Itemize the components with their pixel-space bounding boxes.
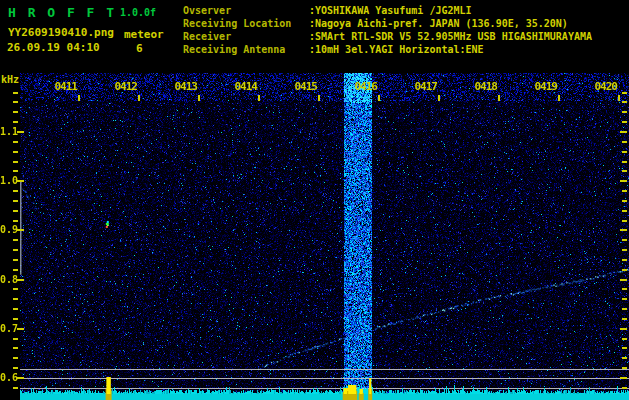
mode-label: meteor: [124, 28, 164, 41]
freq-minor-tick: [622, 121, 627, 123]
time-label: 0416: [351, 80, 377, 93]
freq-minor-tick: [13, 92, 18, 94]
time-label: 0417: [411, 80, 437, 93]
freq-label: 0.7: [0, 323, 17, 334]
freq-minor-tick: [622, 141, 627, 143]
freq-major-tick: [620, 279, 627, 281]
freq-minor-tick: [622, 239, 627, 241]
freq-minor-tick: [622, 367, 627, 369]
freq-minor-tick: [13, 210, 18, 212]
freq-major-tick: [17, 328, 24, 330]
freq-minor-tick: [622, 259, 627, 261]
freq-minor-tick: [13, 101, 18, 103]
freq-axis-unit: kHz: [1, 74, 19, 85]
freq-minor-tick: [622, 210, 627, 212]
time-label: 0415: [291, 80, 317, 93]
freq-minor-tick: [622, 338, 627, 340]
freq-minor-tick: [13, 121, 18, 123]
info-row-location: Receiving Location :Nagoya Aichi-pref. J…: [183, 18, 592, 31]
freq-minor-tick: [13, 318, 18, 320]
time-tick: [198, 95, 200, 101]
station-info: Ovserver :YOSHIKAWA Yasufumi /JG2MLI Rec…: [183, 5, 592, 57]
time-tick: [318, 95, 320, 101]
freq-minor-tick: [13, 259, 18, 261]
freq-major-tick: [17, 377, 24, 379]
info-label: Receiver: [183, 31, 309, 44]
info-row-antenna: Receiving Antenna :10mH 3el.YAGI Horizon…: [183, 44, 592, 57]
freq-minor-tick: [13, 308, 18, 310]
time-tick: [558, 95, 560, 101]
info-label: Receiving Antenna: [183, 44, 309, 57]
freq-minor-tick: [13, 141, 18, 143]
time-tick: [618, 95, 620, 101]
freq-minor-tick: [13, 338, 18, 340]
time-tick: [438, 95, 440, 101]
time-tick: [138, 95, 140, 101]
output-filename: YY2609190410.png: [8, 26, 114, 39]
info-value: :Nagoya Aichi-pref. JAPAN (136.90E, 35.2…: [309, 18, 568, 31]
freq-major-tick: [17, 180, 24, 182]
time-tick: [78, 95, 80, 101]
meteor-count: 6: [136, 42, 143, 55]
freq-minor-tick: [13, 288, 18, 290]
freq-minor-tick: [622, 151, 627, 153]
time-label: 0420: [591, 80, 617, 93]
freq-minor-tick: [622, 200, 627, 202]
freq-major-tick: [620, 131, 627, 133]
freq-minor-tick: [13, 239, 18, 241]
freq-major-tick: [620, 180, 627, 182]
info-value: :10mH 3el.YAGI Horizontal:ENE: [309, 44, 484, 57]
freq-minor-tick: [13, 387, 18, 389]
time-tick: [498, 95, 500, 101]
freq-minor-tick: [13, 190, 18, 192]
freq-minor-tick: [13, 111, 18, 113]
info-label: Ovserver: [183, 5, 309, 18]
freq-minor-tick: [13, 357, 18, 359]
time-tick: [378, 95, 380, 101]
freq-minor-tick: [622, 357, 627, 359]
freq-minor-tick: [622, 190, 627, 192]
time-label: 0418: [471, 80, 497, 93]
freq-label: 1.0: [0, 175, 17, 186]
freq-label: 0.8: [0, 274, 17, 285]
freq-label: 0.9: [0, 224, 17, 235]
freq-minor-tick: [622, 387, 627, 389]
freq-minor-tick: [13, 298, 18, 300]
freq-minor-tick: [622, 111, 627, 113]
freq-minor-tick: [622, 249, 627, 251]
freq-minor-tick: [13, 161, 18, 163]
freq-minor-tick: [622, 308, 627, 310]
freq-minor-tick: [622, 161, 627, 163]
freq-major-tick: [17, 279, 24, 281]
freq-minor-tick: [622, 298, 627, 300]
time-label: 0413: [171, 80, 197, 93]
freq-major-tick: [17, 229, 24, 231]
freq-minor-tick: [13, 367, 18, 369]
freq-major-tick: [620, 328, 627, 330]
freq-major-tick: [620, 229, 627, 231]
freq-label: 0.6: [0, 372, 17, 383]
info-row-receiver: Receiver :SMArt RTL-SDR V5 52.905MHz USB…: [183, 31, 592, 44]
freq-minor-tick: [622, 347, 627, 349]
freq-minor-tick: [622, 288, 627, 290]
time-label: 0411: [51, 80, 77, 93]
app-title: H R O F F T: [8, 5, 116, 20]
info-label: Receiving Location: [183, 18, 309, 31]
freq-minor-tick: [13, 200, 18, 202]
freq-minor-tick: [622, 170, 627, 172]
freq-minor-tick: [622, 101, 627, 103]
time-label: 0414: [231, 80, 257, 93]
info-value: :YOSHIKAWA Yasufumi /JG2MLI: [309, 5, 472, 18]
info-row-observer: Ovserver :YOSHIKAWA Yasufumi /JG2MLI: [183, 5, 592, 18]
time-label: 0419: [531, 80, 557, 93]
hrofft-window: H R O F F T 1.0.0f YY2609190410.png mete…: [0, 0, 629, 400]
freq-minor-tick: [13, 170, 18, 172]
freq-major-tick: [620, 377, 627, 379]
freq-minor-tick: [622, 318, 627, 320]
freq-minor-tick: [622, 220, 627, 222]
freq-minor-tick: [13, 151, 18, 153]
freq-minor-tick: [13, 249, 18, 251]
freq-minor-tick: [13, 347, 18, 349]
app-version: 1.0.0f: [120, 7, 156, 18]
time-label: 0412: [111, 80, 137, 93]
